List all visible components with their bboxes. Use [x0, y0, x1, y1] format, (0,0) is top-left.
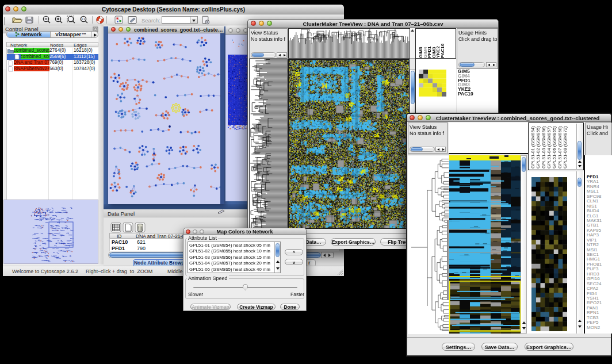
svg-text:1:1: 1:1: [82, 18, 86, 21]
